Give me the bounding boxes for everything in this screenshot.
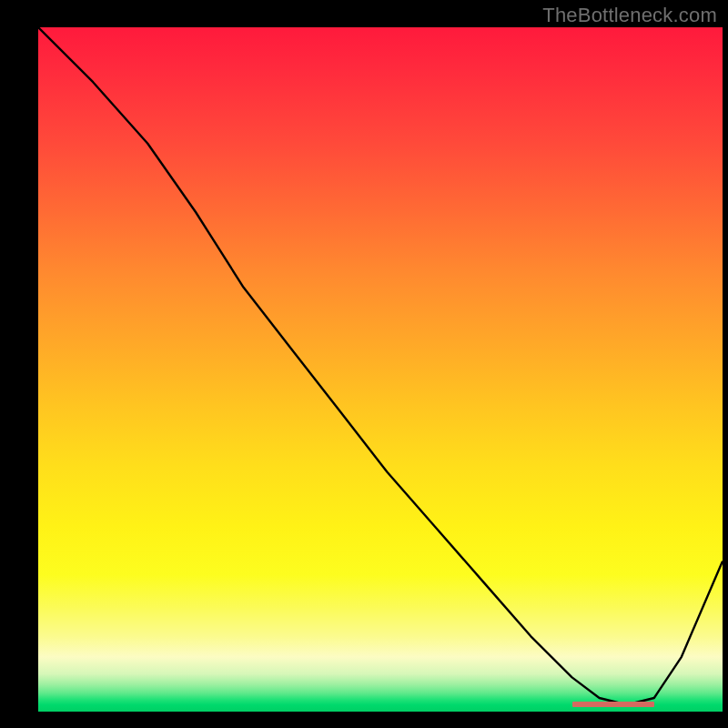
plot-area xyxy=(38,27,723,712)
curve-path xyxy=(38,27,723,705)
bottleneck-curve xyxy=(38,27,723,712)
optimal-range-marker xyxy=(572,702,654,707)
watermark-text: TheBottleneck.com xyxy=(542,4,717,27)
chart-frame: TheBottleneck.com xyxy=(0,0,728,728)
